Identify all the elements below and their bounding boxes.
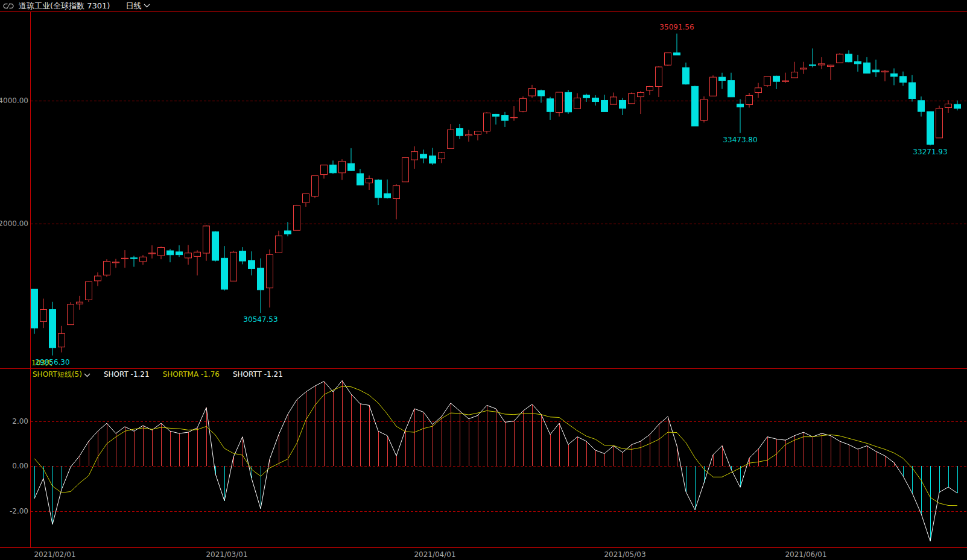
chart-borders <box>0 12 967 548</box>
svg-text:-2.00: -2.00 <box>10 507 28 515</box>
indicator-value-shortma: SHORTMA -1.76 <box>163 369 220 380</box>
indicator-value-short: SHORT -1.21 <box>104 369 150 380</box>
chevron-down-icon <box>84 373 90 377</box>
candlestick-chart[interactable]: 34000.0032000.002.000.00-2.0035091.56298… <box>0 0 967 560</box>
svg-text:2021/04/01: 2021/04/01 <box>414 550 455 559</box>
svg-text:33473.80: 33473.80 <box>723 136 757 144</box>
indicator-value-shortt: SHORTT -1.21 <box>233 369 283 380</box>
svg-text:2021/05/03: 2021/05/03 <box>604 550 645 559</box>
svg-text:2021/03/01: 2021/03/01 <box>206 550 247 559</box>
svg-text:34000.00: 34000.00 <box>0 96 28 105</box>
candles <box>31 34 961 356</box>
indicator-header: SHORT短线(5) SHORT -1.21 SHORTMA -1.76 SHO… <box>33 369 283 380</box>
svg-text:33271.93: 33271.93 <box>913 148 947 156</box>
svg-text:2.00: 2.00 <box>12 417 28 426</box>
date-axis: 2021/02/012021/03/012021/04/012021/05/03… <box>34 550 826 559</box>
svg-text:0.00: 0.00 <box>12 462 28 470</box>
y-axis-labels: 34000.0032000.002.000.00-2.00 <box>0 96 28 515</box>
indicator-title: SHORT短线(5) <box>33 369 82 380</box>
grid-lines <box>31 101 967 512</box>
chart-app-window: 道琼工业(全球指数 7301) 日线 34000.0032000.002.000… <box>0 0 967 560</box>
svg-text:2021/02/01: 2021/02/01 <box>34 550 75 559</box>
count-label: 103天 <box>31 359 52 367</box>
price-annotations: 35091.5629856.3030547.5333473.8033271.93 <box>35 23 947 367</box>
svg-text:2021/06/01: 2021/06/01 <box>785 550 826 559</box>
svg-text:103天: 103天 <box>31 359 52 367</box>
svg-text:32000.00: 32000.00 <box>0 219 28 228</box>
svg-text:30547.53: 30547.53 <box>243 315 277 324</box>
svg-text:35091.56: 35091.56 <box>659 23 694 31</box>
short-histogram <box>34 380 957 541</box>
indicator-selector[interactable]: SHORT短线(5) <box>33 369 90 380</box>
